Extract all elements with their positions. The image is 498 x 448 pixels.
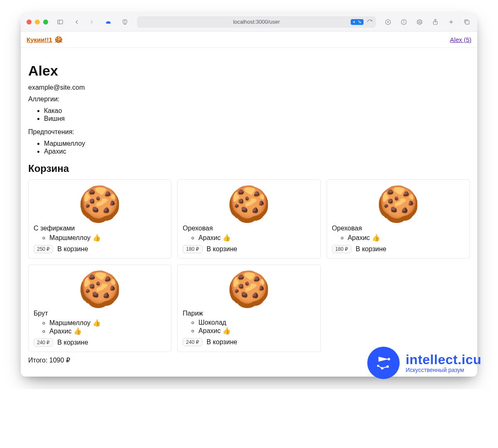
product-card: 🍪ПарижШоколадАрахис 👍240 ₽В корзине [177,264,320,352]
svg-rect-11 [466,20,469,24]
prefs-label: Предпочтения: [28,128,470,136]
sidebar-toggle-icon[interactable] [56,17,65,27]
svg-line-16 [378,366,382,368]
in-cart-label: В корзине [207,338,237,346]
list-item: Маршмеллоу 👍 [49,234,166,242]
cookie-icon: 🍪 [34,186,166,221]
ingredient-list: Арахис 👍 [332,234,464,242]
card-footer: 240 ₽В корзине [183,338,315,346]
page-content: Alex example@site.com Аллергии: КакаоВиш… [21,48,477,377]
ingredient-list: Маршмеллоу 👍 [34,234,166,242]
cart-heading: Корзина [28,163,470,174]
list-item: Какао [44,107,470,115]
shield-icon[interactable] [120,17,129,27]
prefs-list: МаршмеллоуАрахис [28,140,470,155]
watermark-subtitle: Искусственный разум [405,367,481,373]
list-item: Арахис [44,148,470,155]
product-name: Ореховая [183,225,315,232]
product-card: 🍪ОреховаяАрахис 👍180 ₽В корзине [177,179,320,259]
browser-window: localhost:3000/user [21,12,477,377]
list-item: Арахис 👍 [198,234,315,242]
price-button[interactable]: 180 ₽ [183,245,202,253]
cookie-icon: 🍪 [55,36,63,43]
vpn-icon[interactable] [104,17,113,27]
product-card: 🍪С зефиркамиМаршмеллоу 👍250 ₽В корзине [28,179,171,259]
watermark-title: intellect.icu [405,353,481,367]
in-cart-label: В корзине [356,245,386,253]
in-cart-label: В корзине [57,339,88,346]
traffic-lights [27,20,48,24]
list-item: Маршмеллоу 👍 [49,319,166,327]
address-bar[interactable]: localhost:3000/user [137,16,376,28]
svg-point-6 [404,20,404,21]
allergies-label: Аллергии: [28,95,470,103]
svg-rect-0 [58,20,63,24]
price-button[interactable]: 240 ₽ [183,338,202,346]
svg-point-7 [419,21,420,23]
list-item: Шоколад [198,319,315,326]
browser-chrome: localhost:3000/user [21,12,477,32]
share-icon[interactable] [431,17,440,27]
price-button[interactable]: 240 ₽ [34,338,53,347]
window-minimize-button[interactable] [35,20,40,24]
list-item: Арахис 👍 [49,327,166,335]
new-tab-icon[interactable] [447,17,456,27]
tabs-icon[interactable] [462,17,471,27]
cart-grid: 🍪С зефиркамиМаршмеллоу 👍250 ₽В корзине🍪О… [28,179,470,352]
card-footer: 240 ₽В корзине [34,338,166,347]
nav-forward-icon[interactable] [87,17,96,27]
page-title: Alex [28,63,470,79]
list-item: Маршмеллоу [44,140,470,147]
product-card: 🍪БрутМаршмеллоу 👍Арахис 👍240 ₽В корзине [28,264,171,352]
brand-text: Кукии!!1 [27,36,52,43]
user-email: example@site.com [28,84,470,91]
allergies-list: КакаоВишня [28,107,470,122]
ingredient-list: ШоколадАрахис 👍 [183,319,315,335]
info-icon[interactable] [399,17,408,27]
nav-back-icon[interactable] [72,17,81,27]
brand-link[interactable]: Кукии!!1 🍪 [27,36,63,43]
window-close-button[interactable] [27,20,32,24]
in-cart-label: В корзине [207,245,237,253]
list-item: Арахис 👍 [198,327,315,335]
downloads-icon[interactable] [383,17,393,27]
app-header: Кукии!!1 🍪 Alex (5) [21,32,477,48]
list-item: Вишня [44,115,470,122]
watermark-logo-icon [367,347,400,379]
watermark: intellect.icu Искусственный разум [367,347,481,379]
ingredient-list: Маршмеллоу 👍Арахис 👍 [34,319,166,335]
audio-translate-badge[interactable] [351,19,364,25]
svg-point-12 [388,358,390,360]
card-footer: 180 ₽В корзине [183,245,315,253]
cookie-icon: 🍪 [183,186,315,221]
cookie-icon: 🍪 [183,272,315,306]
settings-icon[interactable] [415,17,424,27]
cookie-icon: 🍪 [332,186,464,221]
product-name: Ореховая [332,225,464,232]
reload-icon[interactable] [367,19,373,25]
cookie-icon: 🍪 [34,272,166,306]
product-name: Париж [183,310,315,317]
ingredient-list: Арахис 👍 [183,234,315,242]
address-bar-text: localhost:3000/user [233,19,280,25]
price-button[interactable]: 180 ₽ [332,245,352,253]
window-maximize-button[interactable] [43,20,48,24]
product-name: С зефирками [34,225,166,232]
list-item: Арахис 👍 [348,234,464,242]
card-footer: 250 ₽В корзине [34,245,166,253]
card-footer: 180 ₽В корзине [332,245,464,253]
header-user-link[interactable]: Alex (5) [450,36,471,43]
product-card: 🍪ОреховаяАрахис 👍180 ₽В корзине [327,179,470,259]
in-cart-label: В корзине [57,245,88,253]
product-name: Брут [34,310,166,317]
price-button[interactable]: 250 ₽ [34,245,53,253]
